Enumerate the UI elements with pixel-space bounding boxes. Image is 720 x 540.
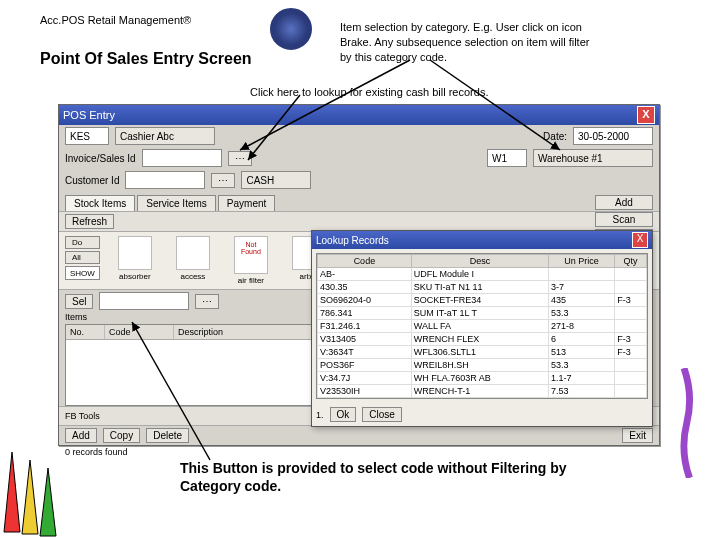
lookup-titlebar[interactable]: Lookup Records X xyxy=(312,231,652,249)
category-air-filter[interactable]: Not Foundair filter xyxy=(224,236,278,285)
product-name: Acc.POS Retail Management® xyxy=(40,14,191,26)
lu-col-price: Un Price xyxy=(549,255,615,268)
lu-col-code: Code xyxy=(318,255,412,268)
invoice-label: Invoice/Sales Id xyxy=(65,153,136,164)
lookup-row[interactable]: F31.246.1WALL FA271-8 xyxy=(318,320,647,333)
show-field[interactable]: SHOW xyxy=(65,266,100,280)
absorber-icon xyxy=(118,236,152,270)
category-access[interactable]: access xyxy=(166,236,220,285)
close-icon[interactable]: X xyxy=(637,106,655,124)
lookup-row[interactable]: V313405WRENCH FLEX6F-3 xyxy=(318,333,647,346)
refresh-button[interactable]: Refresh xyxy=(65,214,114,229)
paymode-display: CASH xyxy=(241,171,311,189)
tab-service-items[interactable]: Service Items xyxy=(137,195,216,211)
lu-col-qty: Qty xyxy=(615,255,647,268)
col-code: Code xyxy=(105,325,174,339)
cashier-code-field[interactable]: KES xyxy=(65,127,109,145)
lookup-title-text: Lookup Records xyxy=(316,235,389,246)
col-no: No. xyxy=(66,325,105,339)
scan-button[interactable]: Scan xyxy=(595,212,653,227)
date-field[interactable]: 30-05-2000 xyxy=(573,127,653,145)
date-label: Date: xyxy=(543,131,567,142)
acc-logo-icon xyxy=(270,8,312,50)
lookup-close-button[interactable]: Close xyxy=(362,407,402,422)
lookup-row[interactable]: V:34.7JWH FLA.7603R AB1.1-7 xyxy=(318,372,647,385)
lookup-row[interactable]: POS36FWREIL8H.SH53.3 xyxy=(318,359,647,372)
lookup-grid[interactable]: Code Desc Un Price Qty AB-UDFL Module I4… xyxy=(316,253,648,399)
invoice-field[interactable] xyxy=(142,149,222,167)
invoice-lookup-button[interactable]: ⋯ xyxy=(228,151,252,166)
cashier-name-display: Cashier Abc xyxy=(115,127,215,145)
delete-button[interactable]: Delete xyxy=(146,428,189,443)
lookup-ok-button[interactable]: Ok xyxy=(330,407,357,422)
lookup-row[interactable]: SO696204-0SOCKET-FRE34435F-3 xyxy=(318,294,647,307)
warehouse-code-field[interactable]: W1 xyxy=(487,149,527,167)
air-filter-icon: Not Found xyxy=(234,236,268,274)
crayons-icon xyxy=(0,432,74,540)
warehouse-name-display: Warehouse #1 xyxy=(533,149,653,167)
svg-marker-1 xyxy=(22,460,38,534)
customer-label: Customer Id xyxy=(65,175,119,186)
access-icon xyxy=(176,236,210,270)
crayon-icon xyxy=(644,368,720,480)
lookup-close-icon[interactable]: X xyxy=(632,232,648,248)
category-absorber[interactable]: absorber xyxy=(108,236,162,285)
all-button[interactable]: All xyxy=(65,251,100,264)
window-title-text: POS Entry xyxy=(63,109,115,121)
sel-field[interactable] xyxy=(99,292,189,310)
copy-button[interactable]: Copy xyxy=(103,428,140,443)
lu-col-desc: Desc xyxy=(411,255,548,268)
footer-note: This Button is provided to select code w… xyxy=(180,460,620,495)
item-tabs: Stock Items Service Items Payment xyxy=(59,191,659,211)
category-note: Item selection by category. E.g. User cl… xyxy=(340,20,600,65)
customer-lookup-button[interactable]: ⋯ xyxy=(211,173,235,188)
lookup-row[interactable]: V:3634TWFL306.SLTL1513F-3 xyxy=(318,346,647,359)
lookup-note: Click here to lookup for existing cash b… xyxy=(250,86,488,98)
status-bar: 0 records found xyxy=(59,445,659,459)
add-side-button[interactable]: Add xyxy=(595,195,653,210)
lookup-row[interactable]: 786.341SUM IT-aT 1L T53.3 xyxy=(318,307,647,320)
lookup-row[interactable]: V23530IHWRENCH-T-17.53 xyxy=(318,385,647,398)
do-commission-button[interactable]: Do xyxy=(65,236,100,249)
pos-entry-window: POS Entry X KES Cashier Abc Date: 30-05-… xyxy=(58,104,660,446)
lookup-row[interactable]: AB-UDFL Module I xyxy=(318,268,647,281)
svg-marker-2 xyxy=(40,468,56,536)
tab-payment[interactable]: Payment xyxy=(218,195,275,211)
sel-lookup-button[interactable]: ⋯ xyxy=(195,294,219,309)
window-titlebar[interactable]: POS Entry X xyxy=(59,105,659,125)
lookup-row[interactable]: 430.35SKU TI-aT N1 113-7 xyxy=(318,281,647,294)
customer-field[interactable] xyxy=(125,171,205,189)
lookup-window: Lookup Records X Code Desc Un Price Qty … xyxy=(311,230,653,427)
svg-marker-0 xyxy=(4,452,20,532)
sel-button[interactable]: Sel xyxy=(65,294,93,309)
page-title: Point Of Sales Entry Screen xyxy=(40,50,252,68)
tab-stock-items[interactable]: Stock Items xyxy=(65,195,135,211)
